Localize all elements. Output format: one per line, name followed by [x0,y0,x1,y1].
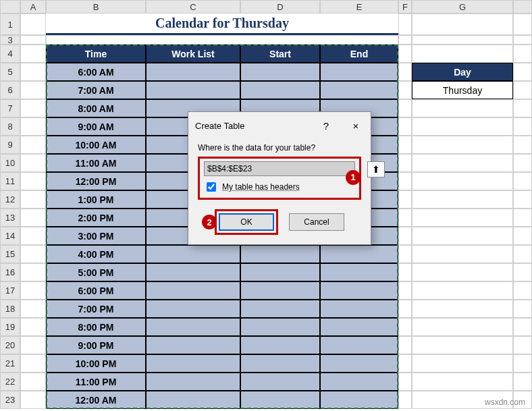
col-header-A[interactable]: A [20,0,46,13]
cell[interactable] [398,154,412,172]
cell[interactable] [320,318,398,336]
side-value-day[interactable]: Thursday [412,81,513,99]
cancel-button[interactable]: Cancel [289,213,344,231]
time-cell[interactable]: 4:00 PM [46,245,146,263]
cell[interactable] [412,263,513,281]
cell[interactable] [20,63,46,81]
cell[interactable] [240,300,320,318]
cell[interactable] [320,245,398,263]
row-header[interactable]: 7 [0,99,20,117]
cell[interactable] [20,209,46,227]
cell[interactable] [412,300,513,318]
cell[interactable] [398,190,412,209]
cell[interactable] [398,117,412,136]
cell[interactable] [20,154,46,172]
headers-checkbox-label[interactable]: My table has headers [222,182,300,192]
cell[interactable] [412,354,513,373]
cell[interactable] [398,209,412,227]
time-cell[interactable]: 10:00 PM [46,354,146,373]
cell[interactable] [146,373,240,391]
cell[interactable] [240,354,320,373]
row-header[interactable]: 13 [0,209,20,227]
cell[interactable] [513,81,532,99]
cell[interactable] [20,117,46,136]
table-header-start[interactable]: Start [240,45,320,63]
side-header-day[interactable]: Day [412,63,513,81]
col-header-G[interactable]: G [412,0,513,13]
cell[interactable] [398,263,412,281]
cell[interactable] [412,99,513,117]
row-header[interactable]: 9 [0,136,20,154]
cell[interactable] [20,35,46,45]
row-header[interactable]: 19 [0,318,20,336]
cell[interactable] [20,45,46,63]
cell[interactable] [20,354,46,373]
cell[interactable] [146,281,240,300]
cell[interactable] [398,35,412,45]
cell[interactable] [412,318,513,336]
time-cell[interactable]: 1:00 PM [46,190,146,209]
cell[interactable] [412,373,513,391]
cell[interactable] [320,63,398,81]
col-header-E[interactable]: E [320,0,398,13]
cell[interactable] [398,336,412,354]
cell[interactable] [320,263,398,281]
row-header[interactable]: 14 [0,227,20,245]
row-header[interactable]: 23 [0,391,20,409]
cell[interactable] [20,373,46,391]
cell[interactable] [513,245,532,263]
cell[interactable] [412,209,513,227]
time-cell[interactable]: 7:00 AM [46,81,146,99]
cell[interactable] [20,318,46,336]
cell[interactable] [398,318,412,336]
cell[interactable] [513,172,532,190]
table-header-time[interactable]: Time [46,45,146,63]
cell[interactable] [412,117,513,136]
cell[interactable] [398,391,412,409]
time-cell[interactable]: 6:00 AM [46,63,146,81]
cell[interactable] [146,245,240,263]
cell[interactable] [412,13,513,35]
cell[interactable] [146,318,240,336]
cell[interactable] [412,336,513,354]
time-cell[interactable]: 11:00 PM [46,373,146,391]
cell[interactable] [46,35,398,45]
cell[interactable] [412,190,513,209]
cell[interactable] [240,336,320,354]
help-button[interactable]: ? [311,116,341,135]
cell[interactable] [513,263,532,281]
cell[interactable] [20,391,46,409]
row-header[interactable]: 20 [0,336,20,354]
cell[interactable] [240,318,320,336]
row-header[interactable]: 16 [0,263,20,281]
cell[interactable] [412,245,513,263]
row-header[interactable]: 12 [0,190,20,209]
headers-checkbox[interactable] [207,182,216,192]
range-input[interactable] [204,161,355,176]
col-header-D[interactable]: D [240,0,320,13]
cell[interactable] [20,336,46,354]
cell[interactable] [320,373,398,391]
cell[interactable] [240,373,320,391]
time-cell[interactable]: 2:00 PM [46,209,146,227]
cell[interactable] [398,63,412,81]
time-cell[interactable]: 10:00 AM [46,136,146,154]
cell[interactable] [240,391,320,409]
row-header[interactable]: 17 [0,281,20,300]
cell[interactable] [513,373,532,391]
row-header-1[interactable]: 1 [0,13,20,35]
col-header-B[interactable]: B [46,0,146,13]
cell[interactable] [398,81,412,99]
time-cell[interactable]: 9:00 PM [46,336,146,354]
cell[interactable] [513,300,532,318]
col-header-C[interactable]: C [146,0,240,13]
time-cell[interactable]: 6:00 PM [46,281,146,300]
time-cell[interactable]: 12:00 PM [46,172,146,190]
col-header-blank[interactable] [513,0,532,13]
cell[interactable] [20,263,46,281]
cell[interactable] [146,81,240,99]
col-header-F[interactable]: F [398,0,412,13]
cell[interactable] [398,281,412,300]
time-cell[interactable]: 8:00 AM [46,99,146,117]
row-header[interactable]: 15 [0,245,20,263]
